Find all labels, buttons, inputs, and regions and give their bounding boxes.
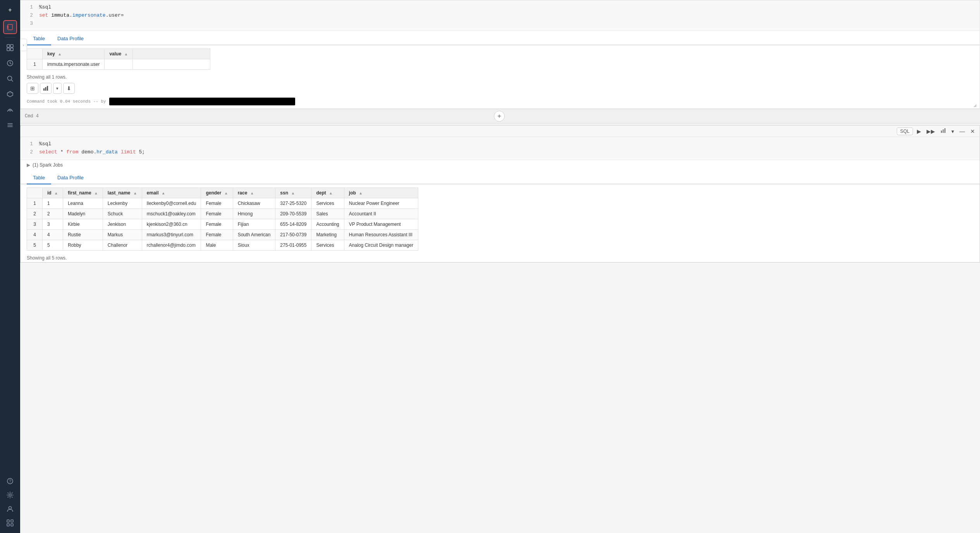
cell2-row-4-race: South American xyxy=(233,229,275,240)
cell2-row-2-last_name: Schuck xyxy=(103,208,142,219)
collapse-sidebar-btn[interactable]: › xyxy=(20,39,27,51)
sidebar-icon-user[interactable] xyxy=(3,502,17,516)
svg-point-11 xyxy=(9,109,11,111)
line-num-3: 3 xyxy=(27,20,33,28)
col-header-key[interactable]: key ▲ xyxy=(43,49,105,59)
cell-2-code[interactable]: 1 %sql 2 select * from demo.hr_data limi… xyxy=(21,137,980,160)
cell2-row-3-row: 3 xyxy=(27,219,43,229)
code-kw-limit: limit xyxy=(121,149,136,155)
sidebar-icon-help[interactable]: ? xyxy=(3,474,17,488)
svg-rect-26 xyxy=(941,131,942,133)
cell2-row-1-race: Chickasaw xyxy=(233,198,275,208)
sidebar-icon-data[interactable] xyxy=(3,87,17,101)
col2-header-email[interactable]: email ▲ xyxy=(142,187,201,198)
cell2-row-4-email: rmarkus3@tinyurl.com xyxy=(142,229,201,240)
cell-1-footer: Cmd 4 + xyxy=(20,109,980,124)
col2-header-ssn[interactable]: ssn ▲ xyxy=(275,187,311,198)
cell2-row-1-job: Nuclear Power Engineer xyxy=(344,198,418,208)
cell2-row-5-email: rchallenor4@jimdo.com xyxy=(142,240,201,250)
cmd-took-text: Command took 0.04 seconds -- by xyxy=(27,99,106,104)
cell-2-showing-rows: Showing all 5 rows. xyxy=(21,254,980,262)
cell2-header-row: id ▲ first_name ▲ last_name ▲ email ▲ ge… xyxy=(27,187,418,198)
sidebar-icon-more[interactable] xyxy=(3,516,17,530)
col2-header-first-name[interactable]: first_name ▲ xyxy=(63,187,103,198)
svg-rect-22 xyxy=(11,524,13,526)
cell2-row-3-id: 3 xyxy=(43,219,63,229)
svg-rect-3 xyxy=(10,45,13,47)
cell2-row-1-first_name: Leanna xyxy=(63,198,103,208)
col2-header-gender[interactable]: gender ▲ xyxy=(201,187,233,198)
cell2-close-btn[interactable]: ✕ xyxy=(969,127,977,135)
toolbar-download-btn[interactable]: ⬇ xyxy=(63,83,75,94)
row-num-1: 1 xyxy=(27,59,43,70)
sidebar-icon-add[interactable]: + xyxy=(3,3,17,17)
cell2-row-2-job: Accountant II xyxy=(344,208,418,219)
cell2-line-num-2: 2 xyxy=(27,148,33,156)
cell2-line-1: 1 %sql xyxy=(27,140,973,148)
sidebar-icon-settings[interactable] xyxy=(3,488,17,502)
cell2-row-3-dept: Accounting xyxy=(311,219,344,229)
col2-header-dept[interactable]: dept ▲ xyxy=(311,187,344,198)
code-keyword-set: set xyxy=(39,12,48,18)
toolbar-grid-btn[interactable]: ⊞ xyxy=(27,83,38,94)
line-num-2: 2 xyxy=(27,12,33,20)
sidebar-icon-notebook[interactable] xyxy=(3,20,17,34)
tab-cell1-table[interactable]: Table xyxy=(27,33,51,45)
add-cell-btn[interactable]: + xyxy=(494,111,505,122)
table-row: 44RustieMarkusrmarkus3@tinyurl.comFemale… xyxy=(27,229,418,240)
cell2-row-1-row: 1 xyxy=(27,198,43,208)
code-line-2: 2 set immuta.impersonate.user= xyxy=(27,12,973,20)
cell2-row-4-gender: Female xyxy=(201,229,233,240)
svg-marker-9 xyxy=(7,91,13,97)
sidebar-icon-history[interactable] xyxy=(3,56,17,70)
cell-1-toolbar: ⊞ ▾ ⬇ xyxy=(21,81,980,97)
tab-cell1-data-profile[interactable]: Data Profile xyxy=(51,33,90,45)
sidebar-icon-search[interactable] xyxy=(3,72,17,86)
svg-rect-4 xyxy=(7,48,10,51)
cell2-row-3-ssn: 655-14-8209 xyxy=(275,219,311,229)
svg-rect-20 xyxy=(11,520,13,522)
cell2-row-4-row: 4 xyxy=(27,229,43,240)
tab-cell2-data-profile[interactable]: Data Profile xyxy=(51,172,90,184)
cell2-row-3-last_name: Jenkison xyxy=(103,219,142,229)
cell2-run-all-btn[interactable]: ▶▶ xyxy=(925,127,937,135)
sidebar: + xyxy=(0,0,20,533)
col2-header-job[interactable]: job ▲ xyxy=(344,187,418,198)
cell-2-table-wrap: id ▲ first_name ▲ last_name ▲ email ▲ ge… xyxy=(21,184,980,254)
toolbar-chart-btn[interactable] xyxy=(40,83,52,94)
col2-header-last-name[interactable]: last_name ▲ xyxy=(103,187,142,198)
tab-cell2-table[interactable]: Table xyxy=(27,172,51,184)
cell2-line-num-1: 1 xyxy=(27,140,33,148)
table-row: 22MadelynSchuckmschuck1@oakley.comFemale… xyxy=(27,208,418,219)
spark-jobs-row[interactable]: ▶ (1) Spark Jobs xyxy=(21,160,980,170)
cell2-row-5-last_name: Challenor xyxy=(103,240,142,250)
col-header-value[interactable]: value ▲ xyxy=(105,49,133,59)
svg-point-17 xyxy=(9,494,11,496)
cell-2: SQL ▶ ▶▶ ▾ — ✕ 1 %sql xyxy=(20,125,980,263)
col2-header-id[interactable]: id ▲ xyxy=(43,187,63,198)
code-magic-1: %sql xyxy=(39,3,51,12)
cell2-row-5-id: 5 xyxy=(43,240,63,250)
cell2-chevron-btn[interactable]: ▾ xyxy=(950,127,956,135)
redacted-user xyxy=(109,98,295,105)
col2-header-race[interactable]: race ▲ xyxy=(233,187,275,198)
cell2-minimize-btn[interactable]: — xyxy=(958,127,966,135)
cell-key-1: immuta.impersonate.user xyxy=(43,59,105,70)
code-line-1: 1 %sql xyxy=(27,3,973,12)
svg-rect-5 xyxy=(10,48,13,51)
cell-1-code[interactable]: 1 %sql 2 set immuta.impersonate.user= 3 xyxy=(21,0,980,31)
sidebar-icon-dashboard[interactable] xyxy=(3,41,17,55)
cell2-row-5-row: 5 xyxy=(27,240,43,250)
cell-1-resize[interactable]: ◢ xyxy=(973,103,977,107)
sidebar-icon-list[interactable] xyxy=(3,118,17,132)
cell2-chart-btn[interactable] xyxy=(939,127,947,135)
sidebar-icon-deploy[interactable] xyxy=(3,103,17,117)
cell2-run-btn[interactable]: ▶ xyxy=(915,127,923,135)
cell2-row-5-dept: Services xyxy=(311,240,344,250)
cell-1: 1 %sql 2 set immuta.impersonate.user= 3 xyxy=(20,0,980,109)
toolbar-chart-dropdown[interactable]: ▾ xyxy=(53,83,62,94)
notebook: 1 %sql 2 set immuta.impersonate.user= 3 xyxy=(20,0,980,533)
cell2-row-2-dept: Sales xyxy=(311,208,344,219)
table-header-row: key ▲ value ▲ xyxy=(27,49,210,59)
cell2-row-3-race: Fijian xyxy=(233,219,275,229)
